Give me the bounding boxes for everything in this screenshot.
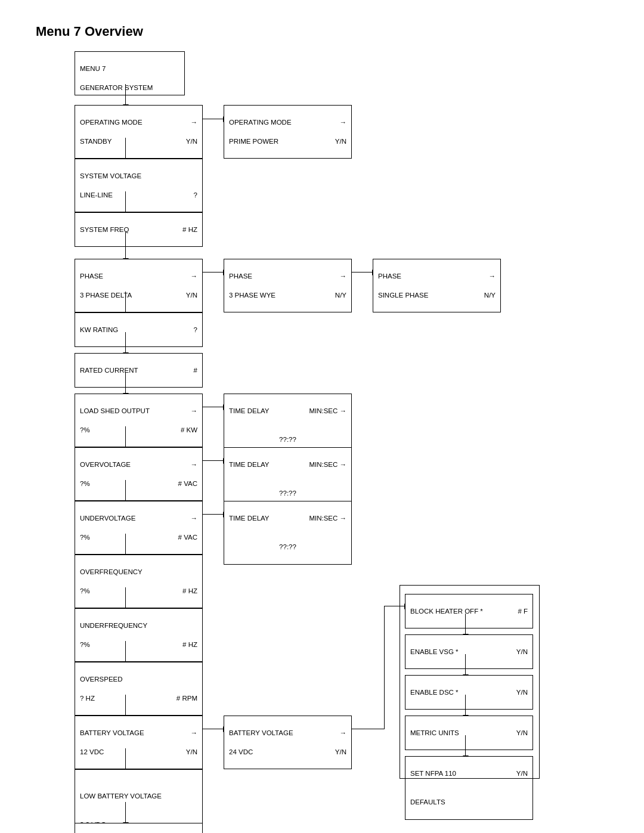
box-rated-current: RATED CURRENT #	[75, 353, 203, 388]
arrow-menu7-to-standby	[125, 84, 126, 105]
box-phase-single: PHASE → SINGLE PHASE N/Y	[373, 259, 501, 312]
arrow-ov-to-timedelay	[203, 460, 224, 461]
box-time-delay-uv: TIME DELAY MIN:SEC → ??:??	[224, 501, 352, 565]
box-high-batt: HIGH BATTERY VOLTAGE ?.? VDC	[75, 823, 203, 833]
arrow-uv-to-overfreq	[125, 534, 126, 555]
box-phase-wye: PHASE → 3 PHASE WYE N/Y	[224, 259, 352, 312]
arrow-phase-to-kw	[125, 292, 126, 312]
arrow-rated-to-loadshed	[125, 373, 126, 394]
arrow-loadshed-to-ov	[125, 426, 126, 447]
box-overvoltage: OVERVOLTAGE → ?% # VAC	[75, 447, 203, 501]
box-batt-24: BATTERY VOLTAGE → 24 VDC Y/N	[224, 716, 352, 769]
box-op-standby: OPERATING MODE → STANDBY Y/N	[75, 105, 203, 159]
arrow-uv-to-timedelay	[203, 514, 224, 515]
arrow-overfreq-to-underfreq	[125, 587, 126, 608]
line-batt24-down	[384, 606, 385, 729]
box-overspeed: OVERSPEED ? HZ # RPM	[75, 662, 203, 716]
arrow-standby-to-prime	[203, 119, 224, 119]
arrow-standby-to-sysvolt	[125, 138, 126, 159]
box-op-prime: OPERATING MODE → PRIME POWER Y/N	[224, 105, 352, 159]
box-load-shed: LOAD SHED OUTPUT → ?% # KW	[75, 394, 203, 447]
arrow-sysfreq-to-phase	[125, 232, 126, 259]
arrow-lowbatt-to-highbatt	[125, 802, 126, 823]
arrow-overspeed-to-batt12	[125, 695, 126, 716]
box-sys-freq: SYSTEM FREQ # HZ	[75, 212, 203, 247]
arrow-sysvolt-to-sysfreq	[125, 191, 126, 212]
box-sys-voltage: SYSTEM VOLTAGE LINE-LINE ?	[75, 159, 203, 212]
arrow-kw-to-rated	[125, 332, 126, 353]
box-kw-rating: KW RATING ?	[75, 312, 203, 347]
box-phase-delta: PHASE → 3 PHASE DELTA Y/N	[75, 259, 203, 312]
arrow-batt12-to-batt24	[203, 729, 224, 729]
box-menu7: MENU 7 GENERATOR SYSTEM	[75, 51, 185, 95]
box-overfreq: OVERFREQUENCY ?% # HZ	[75, 555, 203, 608]
arrow-wye-to-single	[352, 272, 373, 272]
right-column-border	[400, 585, 540, 779]
box-underfreq: UNDERFREQUENCY ?% # HZ	[75, 608, 203, 662]
box-batt-12: BATTERY VOLTAGE → 12 VDC Y/N	[75, 716, 203, 769]
arrow-underfreq-to-overspeed	[125, 641, 126, 662]
arrow-ov-to-uv	[125, 480, 126, 501]
page-title: Menu 7 Overview	[36, 24, 608, 39]
box-undervoltage: UNDERVOLTAGE → ?% # VAC	[75, 501, 203, 555]
line-batt24-right	[352, 729, 385, 729]
arrow-batt12-to-lowbatt	[125, 748, 126, 769]
arrow-loadshed-to-timedelay	[203, 407, 224, 407]
arrow-delta-to-wye	[203, 272, 224, 272]
